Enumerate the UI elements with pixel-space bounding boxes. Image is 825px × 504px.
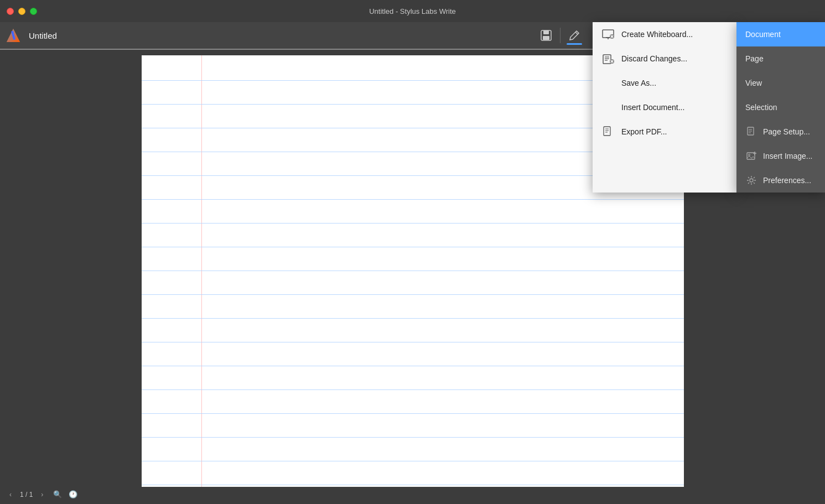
right-panel-preferences-label: Preferences...	[763, 176, 811, 185]
dropdown-menu: Create Whiteboard... Discard Changes...	[593, 22, 825, 193]
window-title: Untitled - Stylus Labs Write	[369, 7, 456, 15]
title-bar: Untitled - Stylus Labs Write	[0, 0, 825, 22]
document-title: Untitled	[29, 31, 532, 40]
dropdown-left-panel: Create Whiteboard... Discard Changes...	[593, 22, 736, 193]
svg-rect-34	[603, 55, 611, 64]
export-pdf-icon	[601, 125, 615, 138]
prev-page-button[interactable]: ‹	[4, 489, 17, 501]
svg-rect-41	[604, 127, 610, 136]
page-setup-icon	[745, 126, 757, 138]
bottom-bar: ‹ 1 / 1 › 🔍 🕐	[0, 485, 111, 504]
history-button[interactable]: 🕐	[67, 489, 79, 501]
menu-export-pdf-label: Export PDF...	[621, 127, 728, 136]
pen-button[interactable]	[563, 25, 586, 46]
whiteboard-icon	[601, 28, 615, 41]
menu-item-export-pdf[interactable]: Export PDF...	[593, 119, 736, 144]
right-panel-view[interactable]: View	[736, 71, 825, 95]
right-panel-document[interactable]: Document	[736, 22, 825, 46]
svg-rect-5	[543, 36, 549, 40]
right-panel-insert-image[interactable]: Insert Image...	[736, 144, 825, 168]
menu-create-whiteboard-label: Create Whiteboard...	[621, 30, 728, 39]
right-panel-page-setup[interactable]: Page Setup...	[736, 119, 825, 144]
insert-doc-icon	[601, 101, 615, 114]
insert-image-icon	[745, 150, 757, 162]
svg-point-50	[749, 154, 750, 156]
right-panel-insert-image-label: Insert Image...	[763, 152, 812, 160]
app-logo	[4, 27, 22, 44]
right-panel-page[interactable]: Page	[736, 46, 825, 71]
right-panel-preferences[interactable]: Preferences...	[736, 168, 825, 193]
menu-item-create-whiteboard[interactable]: Create Whiteboard...	[593, 22, 736, 46]
menu-save-as-label: Save As...	[621, 79, 728, 87]
preferences-icon	[745, 174, 757, 186]
svg-rect-49	[747, 153, 755, 159]
maximize-button[interactable]	[30, 8, 37, 15]
save-button[interactable]	[535, 25, 558, 46]
next-page-button[interactable]: ›	[36, 489, 48, 501]
traffic-lights	[7, 8, 37, 15]
right-panel-document-label: Document	[745, 30, 781, 39]
menu-discard-label: Discard Changes...	[621, 54, 728, 63]
margin-line	[201, 55, 202, 487]
right-panel-page-setup-label: Page Setup...	[763, 127, 810, 136]
close-button[interactable]	[7, 8, 14, 15]
save-as-icon	[601, 76, 615, 90]
minimize-button[interactable]	[18, 8, 25, 15]
menu-insert-doc-label: Insert Document...	[621, 103, 728, 112]
menu-item-save-as[interactable]: Save As...	[593, 71, 736, 95]
menu-item-discard-changes[interactable]: Discard Changes...	[593, 46, 736, 71]
dropdown-right-panel: Document Page View Selection Page Se	[736, 22, 825, 193]
right-panel-selection-label: Selection	[745, 103, 777, 112]
discard-icon	[601, 52, 615, 65]
right-panel-page-label: Page	[745, 54, 764, 63]
svg-rect-4	[543, 30, 549, 34]
zoom-button[interactable]: 🔍	[51, 489, 64, 501]
menu-item-insert-document[interactable]: Insert Document...	[593, 95, 736, 119]
right-panel-view-label: View	[745, 79, 762, 87]
svg-point-53	[750, 179, 753, 182]
right-panel-selection[interactable]: Selection	[736, 95, 825, 119]
page-indicator: 1 / 1	[20, 491, 33, 498]
